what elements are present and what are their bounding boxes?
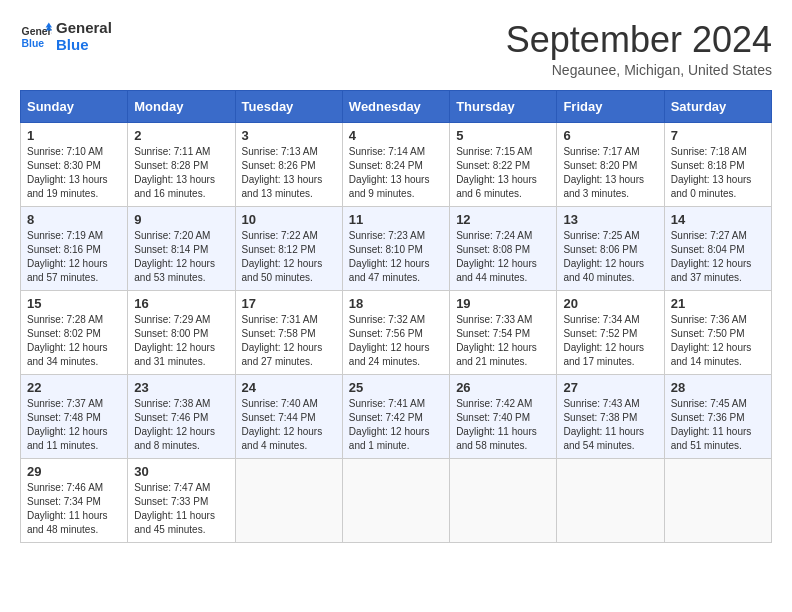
day-cell: 16 Sunrise: 7:29 AMSunset: 8:00 PMDaylig… bbox=[128, 290, 235, 374]
day-cell: 30 Sunrise: 7:47 AMSunset: 7:33 PMDaylig… bbox=[128, 458, 235, 542]
day-info: Sunrise: 7:37 AMSunset: 7:48 PMDaylight:… bbox=[27, 398, 108, 451]
day-cell bbox=[342, 458, 449, 542]
day-cell: 26 Sunrise: 7:42 AMSunset: 7:40 PMDaylig… bbox=[450, 374, 557, 458]
day-info: Sunrise: 7:27 AMSunset: 8:04 PMDaylight:… bbox=[671, 230, 752, 283]
page-header: General Blue General Blue September 2024… bbox=[20, 20, 772, 78]
day-cell: 20 Sunrise: 7:34 AMSunset: 7:52 PMDaylig… bbox=[557, 290, 664, 374]
week-row-3: 15 Sunrise: 7:28 AMSunset: 8:02 PMDaylig… bbox=[21, 290, 772, 374]
calendar-table: SundayMondayTuesdayWednesdayThursdayFrid… bbox=[20, 90, 772, 543]
day-info: Sunrise: 7:28 AMSunset: 8:02 PMDaylight:… bbox=[27, 314, 108, 367]
day-info: Sunrise: 7:42 AMSunset: 7:40 PMDaylight:… bbox=[456, 398, 537, 451]
day-info: Sunrise: 7:19 AMSunset: 8:16 PMDaylight:… bbox=[27, 230, 108, 283]
day-cell: 21 Sunrise: 7:36 AMSunset: 7:50 PMDaylig… bbox=[664, 290, 771, 374]
day-cell: 18 Sunrise: 7:32 AMSunset: 7:56 PMDaylig… bbox=[342, 290, 449, 374]
day-info: Sunrise: 7:20 AMSunset: 8:14 PMDaylight:… bbox=[134, 230, 215, 283]
logo-icon: General Blue bbox=[20, 21, 52, 53]
day-cell: 12 Sunrise: 7:24 AMSunset: 8:08 PMDaylig… bbox=[450, 206, 557, 290]
logo-text: General Blue bbox=[56, 20, 112, 53]
weekday-header-monday: Monday bbox=[128, 90, 235, 122]
week-row-4: 22 Sunrise: 7:37 AMSunset: 7:48 PMDaylig… bbox=[21, 374, 772, 458]
day-number: 28 bbox=[671, 380, 765, 395]
day-cell: 13 Sunrise: 7:25 AMSunset: 8:06 PMDaylig… bbox=[557, 206, 664, 290]
day-cell: 8 Sunrise: 7:19 AMSunset: 8:16 PMDayligh… bbox=[21, 206, 128, 290]
day-info: Sunrise: 7:46 AMSunset: 7:34 PMDaylight:… bbox=[27, 482, 108, 535]
day-cell bbox=[664, 458, 771, 542]
svg-text:Blue: Blue bbox=[22, 37, 45, 48]
day-cell: 25 Sunrise: 7:41 AMSunset: 7:42 PMDaylig… bbox=[342, 374, 449, 458]
day-number: 14 bbox=[671, 212, 765, 227]
day-number: 11 bbox=[349, 212, 443, 227]
day-cell: 11 Sunrise: 7:23 AMSunset: 8:10 PMDaylig… bbox=[342, 206, 449, 290]
weekday-header-saturday: Saturday bbox=[664, 90, 771, 122]
day-info: Sunrise: 7:47 AMSunset: 7:33 PMDaylight:… bbox=[134, 482, 215, 535]
day-number: 19 bbox=[456, 296, 550, 311]
day-cell: 23 Sunrise: 7:38 AMSunset: 7:46 PMDaylig… bbox=[128, 374, 235, 458]
day-number: 23 bbox=[134, 380, 228, 395]
day-number: 6 bbox=[563, 128, 657, 143]
day-info: Sunrise: 7:17 AMSunset: 8:20 PMDaylight:… bbox=[563, 146, 644, 199]
day-cell: 4 Sunrise: 7:14 AMSunset: 8:24 PMDayligh… bbox=[342, 122, 449, 206]
day-cell: 5 Sunrise: 7:15 AMSunset: 8:22 PMDayligh… bbox=[450, 122, 557, 206]
day-info: Sunrise: 7:11 AMSunset: 8:28 PMDaylight:… bbox=[134, 146, 215, 199]
day-info: Sunrise: 7:43 AMSunset: 7:38 PMDaylight:… bbox=[563, 398, 644, 451]
day-info: Sunrise: 7:13 AMSunset: 8:26 PMDaylight:… bbox=[242, 146, 323, 199]
day-number: 13 bbox=[563, 212, 657, 227]
day-info: Sunrise: 7:40 AMSunset: 7:44 PMDaylight:… bbox=[242, 398, 323, 451]
logo: General Blue General Blue bbox=[20, 20, 112, 53]
day-number: 8 bbox=[27, 212, 121, 227]
day-info: Sunrise: 7:38 AMSunset: 7:46 PMDaylight:… bbox=[134, 398, 215, 451]
day-cell bbox=[235, 458, 342, 542]
day-number: 25 bbox=[349, 380, 443, 395]
day-number: 9 bbox=[134, 212, 228, 227]
day-info: Sunrise: 7:24 AMSunset: 8:08 PMDaylight:… bbox=[456, 230, 537, 283]
week-row-1: 1 Sunrise: 7:10 AMSunset: 8:30 PMDayligh… bbox=[21, 122, 772, 206]
title-area: September 2024 Negaunee, Michigan, Unite… bbox=[506, 20, 772, 78]
day-cell: 9 Sunrise: 7:20 AMSunset: 8:14 PMDayligh… bbox=[128, 206, 235, 290]
day-info: Sunrise: 7:29 AMSunset: 8:00 PMDaylight:… bbox=[134, 314, 215, 367]
day-number: 16 bbox=[134, 296, 228, 311]
day-cell: 28 Sunrise: 7:45 AMSunset: 7:36 PMDaylig… bbox=[664, 374, 771, 458]
day-number: 29 bbox=[27, 464, 121, 479]
month-title: September 2024 bbox=[506, 20, 772, 60]
day-cell: 3 Sunrise: 7:13 AMSunset: 8:26 PMDayligh… bbox=[235, 122, 342, 206]
day-cell: 19 Sunrise: 7:33 AMSunset: 7:54 PMDaylig… bbox=[450, 290, 557, 374]
day-number: 24 bbox=[242, 380, 336, 395]
day-info: Sunrise: 7:34 AMSunset: 7:52 PMDaylight:… bbox=[563, 314, 644, 367]
day-number: 3 bbox=[242, 128, 336, 143]
day-number: 22 bbox=[27, 380, 121, 395]
day-number: 30 bbox=[134, 464, 228, 479]
day-cell: 24 Sunrise: 7:40 AMSunset: 7:44 PMDaylig… bbox=[235, 374, 342, 458]
week-row-2: 8 Sunrise: 7:19 AMSunset: 8:16 PMDayligh… bbox=[21, 206, 772, 290]
day-cell: 29 Sunrise: 7:46 AMSunset: 7:34 PMDaylig… bbox=[21, 458, 128, 542]
day-info: Sunrise: 7:41 AMSunset: 7:42 PMDaylight:… bbox=[349, 398, 430, 451]
day-number: 7 bbox=[671, 128, 765, 143]
day-info: Sunrise: 7:32 AMSunset: 7:56 PMDaylight:… bbox=[349, 314, 430, 367]
day-number: 20 bbox=[563, 296, 657, 311]
day-cell: 1 Sunrise: 7:10 AMSunset: 8:30 PMDayligh… bbox=[21, 122, 128, 206]
day-number: 27 bbox=[563, 380, 657, 395]
day-number: 15 bbox=[27, 296, 121, 311]
day-info: Sunrise: 7:33 AMSunset: 7:54 PMDaylight:… bbox=[456, 314, 537, 367]
day-number: 18 bbox=[349, 296, 443, 311]
day-number: 2 bbox=[134, 128, 228, 143]
day-info: Sunrise: 7:31 AMSunset: 7:58 PMDaylight:… bbox=[242, 314, 323, 367]
weekday-header-friday: Friday bbox=[557, 90, 664, 122]
day-info: Sunrise: 7:15 AMSunset: 8:22 PMDaylight:… bbox=[456, 146, 537, 199]
day-info: Sunrise: 7:22 AMSunset: 8:12 PMDaylight:… bbox=[242, 230, 323, 283]
day-cell: 10 Sunrise: 7:22 AMSunset: 8:12 PMDaylig… bbox=[235, 206, 342, 290]
weekday-header-thursday: Thursday bbox=[450, 90, 557, 122]
day-cell: 17 Sunrise: 7:31 AMSunset: 7:58 PMDaylig… bbox=[235, 290, 342, 374]
location-subtitle: Negaunee, Michigan, United States bbox=[506, 62, 772, 78]
day-info: Sunrise: 7:10 AMSunset: 8:30 PMDaylight:… bbox=[27, 146, 108, 199]
week-row-5: 29 Sunrise: 7:46 AMSunset: 7:34 PMDaylig… bbox=[21, 458, 772, 542]
day-info: Sunrise: 7:36 AMSunset: 7:50 PMDaylight:… bbox=[671, 314, 752, 367]
day-number: 1 bbox=[27, 128, 121, 143]
day-info: Sunrise: 7:25 AMSunset: 8:06 PMDaylight:… bbox=[563, 230, 644, 283]
day-cell: 22 Sunrise: 7:37 AMSunset: 7:48 PMDaylig… bbox=[21, 374, 128, 458]
weekday-header-wednesday: Wednesday bbox=[342, 90, 449, 122]
day-cell: 15 Sunrise: 7:28 AMSunset: 8:02 PMDaylig… bbox=[21, 290, 128, 374]
day-number: 4 bbox=[349, 128, 443, 143]
day-cell: 2 Sunrise: 7:11 AMSunset: 8:28 PMDayligh… bbox=[128, 122, 235, 206]
day-cell: 6 Sunrise: 7:17 AMSunset: 8:20 PMDayligh… bbox=[557, 122, 664, 206]
day-number: 5 bbox=[456, 128, 550, 143]
